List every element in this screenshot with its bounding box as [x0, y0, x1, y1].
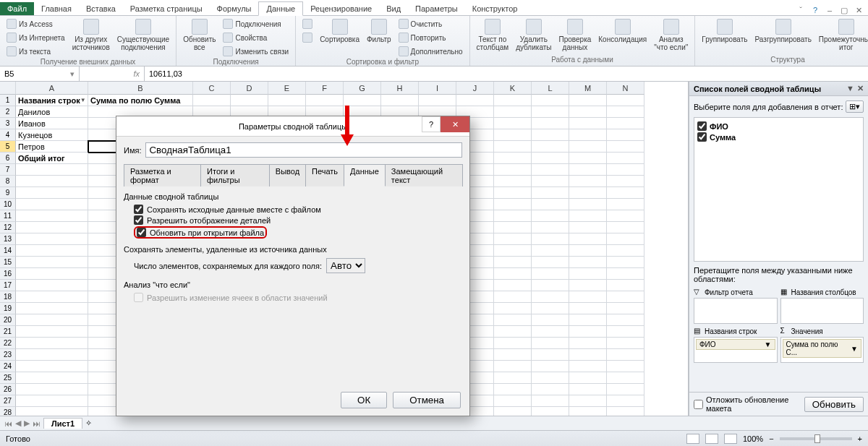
data-validation-button[interactable]: Проверка данных	[557, 17, 594, 53]
col-header[interactable]: H	[381, 82, 419, 95]
consolidate-button[interactable]: Консолидация	[596, 17, 649, 45]
tab-formulas[interactable]: Формулы	[210, 2, 259, 15]
window-minimize-icon[interactable]: –	[825, 5, 835, 15]
properties-button[interactable]: Свойства	[221, 31, 291, 44]
col-header[interactable]: C	[193, 82, 231, 95]
sheet-tab[interactable]: Лист1	[43, 418, 82, 429]
ungroup-button[interactable]: Разгруппировать	[753, 17, 814, 45]
reapply-button[interactable]: Повторить	[396, 31, 465, 44]
existing-connections-button[interactable]: Существующие подключения	[115, 17, 171, 53]
tab-nav-last[interactable]: ⏭	[33, 419, 41, 428]
drop-filter[interactable]	[694, 298, 778, 324]
pivot-name-input[interactable]	[145, 142, 462, 158]
refresh-on-open-checkbox[interactable]	[137, 228, 146, 237]
ok-button[interactable]: ОК	[341, 392, 387, 408]
col-header[interactable]: A	[16, 82, 88, 95]
dialog-tab-display[interactable]: Вывод	[269, 164, 306, 186]
drop-rows[interactable]: ФИО▼	[694, 337, 778, 363]
window-restore-icon[interactable]: ▢	[839, 5, 849, 15]
what-if-button[interactable]: Анализ "что если"	[652, 17, 690, 53]
advanced-filter-button[interactable]: Дополнительно	[396, 45, 465, 58]
col-header[interactable]: G	[344, 82, 381, 95]
tab-file[interactable]: Файл	[0, 2, 34, 15]
from-access-button[interactable]: Из Access	[4, 17, 67, 30]
subtotal-button[interactable]: Промежуточный итог	[817, 17, 868, 53]
field-checkbox[interactable]	[697, 132, 707, 142]
tab-nav-next[interactable]: ▶	[24, 419, 30, 428]
dialog-close-button[interactable]: ✕	[441, 116, 469, 132]
new-sheet-icon[interactable]: ✧	[85, 419, 92, 428]
chevron-down-icon[interactable]: ▾	[70, 69, 75, 79]
tab-design[interactable]: Конструктор	[465, 2, 525, 15]
col-header[interactable]: E	[268, 82, 306, 95]
drop-values[interactable]: Сумма по полю С...▼	[780, 337, 864, 363]
dialog-help-button[interactable]: ?	[422, 116, 441, 132]
refresh-all-button[interactable]: Обновить все	[181, 17, 218, 53]
from-web-button[interactable]: Из Интернета	[4, 31, 67, 44]
col-header[interactable]: N	[607, 82, 644, 95]
update-button[interactable]: Обновить	[804, 397, 864, 412]
filter-button[interactable]: Фильтр	[365, 17, 393, 45]
tab-insert[interactable]: Вставка	[79, 2, 123, 15]
dialog-tab-layout[interactable]: Разметка и формат	[124, 164, 201, 186]
dialog-tab-alttext[interactable]: Замещающий текст	[385, 164, 463, 186]
tab-view[interactable]: Вид	[379, 2, 408, 15]
clear-filter-button[interactable]: Очистить	[396, 17, 465, 30]
save-source-checkbox[interactable]	[134, 205, 143, 214]
field-checkbox[interactable]	[697, 121, 707, 131]
col-header[interactable]: D	[231, 82, 268, 95]
layout-options-button[interactable]: ⊞▾	[846, 100, 864, 113]
edit-links-button[interactable]: Изменить связи	[221, 45, 291, 58]
cancel-button[interactable]: Отмена	[393, 392, 461, 408]
connections-button[interactable]: Подключения	[221, 17, 291, 30]
tab-nav-first[interactable]: ⏮	[4, 419, 12, 428]
chevron-down-icon[interactable]: ▼	[846, 84, 854, 93]
chip-row[interactable]: ФИО▼	[696, 339, 775, 350]
field-list[interactable]: ФИО Сумма	[694, 117, 864, 262]
remove-duplicates-button[interactable]: Удалить дубликаты	[514, 17, 553, 53]
drop-columns[interactable]	[780, 298, 864, 324]
sort-button[interactable]: Сортировка	[318, 17, 362, 45]
group-button[interactable]: Группировать	[699, 17, 749, 45]
ribbon-minimize-icon[interactable]: ˇ	[796, 5, 806, 15]
view-pagebreak-button[interactable]	[724, 434, 737, 444]
zoom-out-button[interactable]: −	[769, 434, 773, 443]
zoom-slider[interactable]	[780, 437, 852, 440]
dialog-tab-print[interactable]: Печать	[305, 164, 344, 186]
enable-drill-checkbox[interactable]	[134, 215, 143, 225]
view-normal-button[interactable]	[686, 434, 699, 444]
tab-review[interactable]: Рецензирование	[303, 2, 379, 15]
chip-value[interactable]: Сумма по полю С...▼	[783, 339, 862, 358]
close-icon[interactable]: ✕	[857, 84, 864, 93]
retain-count-select[interactable]: Авто	[326, 258, 365, 273]
name-box[interactable]: B5▾	[0, 67, 80, 81]
formula-input[interactable]: 10611,03	[145, 69, 187, 78]
tab-options[interactable]: Параметры	[408, 2, 465, 15]
fx-icon[interactable]: fx	[133, 69, 140, 78]
from-text-button[interactable]: Из текста	[4, 45, 67, 58]
select-all-corner[interactable]	[0, 82, 16, 95]
zoom-in-button[interactable]: +	[858, 434, 862, 443]
view-layout-button[interactable]	[705, 434, 718, 444]
window-close-icon[interactable]: ✕	[854, 5, 864, 15]
field-item[interactable]: Сумма	[697, 132, 860, 142]
dialog-tab-data[interactable]: Данные	[344, 164, 386, 186]
col-header[interactable]: K	[494, 82, 532, 95]
zoom-level[interactable]: 100%	[743, 434, 763, 443]
col-header[interactable]: B	[88, 82, 193, 95]
col-header[interactable]: L	[532, 82, 569, 95]
defer-update-checkbox[interactable]: Отложить обновление макета	[694, 395, 800, 413]
from-other-button[interactable]: Из других источников	[70, 17, 112, 53]
col-header[interactable]: F	[306, 82, 344, 95]
sort-asc-button[interactable]	[300, 17, 315, 30]
tab-home[interactable]: Главная	[34, 2, 79, 15]
tab-data[interactable]: Данные	[258, 1, 303, 16]
col-header[interactable]: I	[419, 82, 456, 95]
dialog-tab-totals[interactable]: Итоги и фильтры	[200, 164, 270, 186]
tab-nav-prev[interactable]: ◀	[15, 419, 21, 428]
field-item[interactable]: ФИО	[697, 121, 860, 132]
text-to-columns-button[interactable]: Текст по столбцам	[475, 17, 511, 53]
col-header[interactable]: J	[456, 82, 494, 95]
col-header[interactable]: M	[569, 82, 607, 95]
help-icon[interactable]: ?	[810, 5, 820, 15]
